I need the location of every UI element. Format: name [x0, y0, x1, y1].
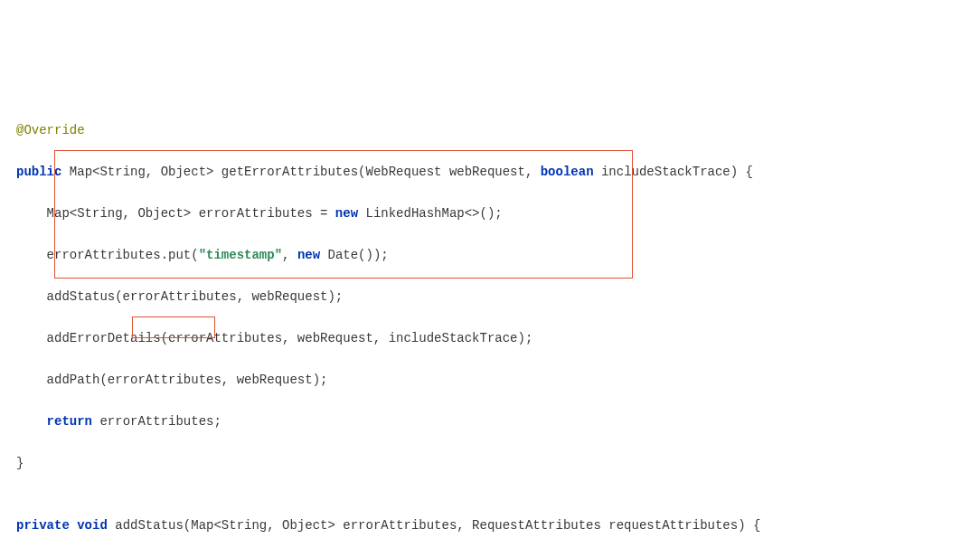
code-text: addErrorDetails(errorAttributes, webRequ…	[16, 331, 532, 345]
code-line: addStatus(errorAttributes, webRequest);	[16, 287, 964, 307]
code-line: addErrorDetails(errorAttributes, webRequ…	[16, 328, 964, 349]
code-line: return errorAttributes;	[16, 411, 964, 432]
keyword: private void	[16, 518, 108, 533]
code-line: errorAttributes.put("timestamp", new Dat…	[16, 245, 964, 266]
code-line: public Map<String, Object> getErrorAttri…	[16, 162, 964, 183]
code-text: errorAttributes;	[92, 414, 221, 429]
code-text: LinkedHashMap<>();	[358, 206, 503, 221]
keyword: public	[16, 165, 61, 179]
code-text: includeStackTrace) {	[594, 165, 753, 179]
code-text: Date());	[320, 248, 389, 262]
code-block: @Override public Map<String, Object> get…	[16, 99, 964, 548]
keyword: boolean	[541, 165, 594, 179]
annotation: @Override	[16, 123, 85, 137]
code-line: Map<String, Object> errorAttributes = ne…	[16, 203, 964, 224]
keyword: new	[297, 248, 320, 262]
code-line: addPath(errorAttributes, webRequest);	[16, 370, 964, 391]
code-text: addPath(errorAttributes, webRequest);	[16, 373, 327, 387]
code-text: Map<String, Object> errorAttributes =	[16, 206, 335, 221]
code-text: Map<String, Object> getErrorAttributes(W…	[61, 165, 540, 179]
code-text	[16, 414, 47, 429]
string-literal: "timestamp"	[199, 248, 282, 262]
keyword: new	[335, 206, 358, 221]
code-line: @Override	[16, 120, 964, 141]
code-text: addStatus(Map<String, Object> errorAttri…	[108, 518, 761, 533]
code-text: errorAttributes.put(	[16, 248, 199, 262]
keyword: return	[47, 414, 92, 429]
code-line: }	[16, 453, 964, 474]
code-text: }	[16, 456, 24, 470]
code-text: addStatus(errorAttributes, webRequest);	[16, 289, 343, 304]
code-text: ,	[282, 248, 297, 262]
code-line: private void addStatus(Map<String, Objec…	[16, 515, 964, 536]
